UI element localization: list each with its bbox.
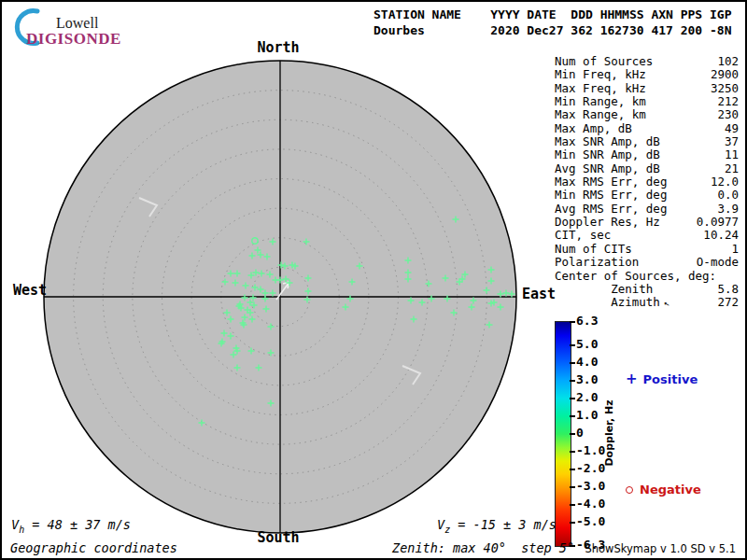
stat-row: Avg RMS Err, deg3.9: [555, 203, 739, 216]
colorbar-tick-label: 4.0: [576, 355, 598, 369]
legend-positive-label: Positive: [643, 372, 698, 386]
stat-label: Avg RMS Err, deg: [555, 203, 667, 216]
stat-value: 0.0977: [697, 216, 739, 229]
stat-value: 12.0: [711, 175, 739, 189]
legend-negative-label: Negative: [640, 483, 701, 497]
stat-value: 37: [725, 135, 739, 148]
colorbar-tick: [570, 486, 575, 488]
vz-value: = -15 ± 3 m/s: [450, 517, 557, 532]
header-columns: STATION NAME YYYY DATE DDD HHMMSS AXN PP…: [374, 7, 732, 22]
stat-label: Max RMS Err, deg: [555, 175, 667, 189]
stat-row: Center of Sources, deg:: [555, 270, 739, 283]
stat-label: Azimuth: [555, 296, 660, 309]
vh-symbol: V: [11, 517, 19, 532]
stat-label: Polarization: [555, 256, 639, 269]
stat-row: Min SNR Amp, dB11: [555, 148, 739, 161]
stat-value: 11: [725, 148, 739, 161]
zenith-range-label: Zenith: max 40° step 5°: [392, 540, 574, 555]
stat-row: Max SNR Amp, dB37: [555, 135, 739, 148]
colorbar-tick: [570, 504, 575, 506]
colorbar-tick: [570, 433, 575, 435]
colorbar-tick-label: 0: [576, 426, 584, 440]
stat-row: CIT, sec10.24: [555, 229, 739, 242]
stat-row: Max RMS Err, deg12.0: [555, 175, 739, 189]
stat-row: Max Amp, dB49: [555, 122, 739, 135]
legend-negative: Negative: [626, 483, 701, 497]
vz-symbol: V: [437, 517, 444, 532]
stat-label: Num of CITs: [555, 243, 632, 256]
stat-value: 1: [731, 243, 739, 256]
showskymap-window: Lowell DIGISONDE STATION NAME YYYY DATE …: [0, 0, 747, 560]
stat-value: 0.0: [717, 189, 739, 202]
stat-value: 5.8: [717, 283, 739, 296]
colorbar-axis-title: Doppler, Hz: [603, 399, 615, 466]
azimuth-direction-arrow-icon: ↖: [662, 297, 671, 311]
header-station-values: Dourbes 2020 Dec27 362 162730 417 200 -8…: [374, 23, 732, 38]
stat-label: Max SNR Amp, dB: [555, 135, 660, 148]
stat-value: 21: [725, 162, 739, 175]
colorbar-tick: [570, 344, 575, 346]
colorbar-tick-label: 6.3: [576, 314, 598, 328]
colorbar-tick-label: 1.0: [576, 408, 598, 422]
colorbar-tick-label: -1.0: [576, 443, 605, 457]
colorbar-tick-label: -3.0: [576, 479, 605, 493]
stat-row: Zenith5.8: [555, 283, 739, 296]
colorbar-tick: [570, 321, 575, 323]
stat-value: 49: [725, 122, 739, 135]
plus-marker-icon: +: [626, 371, 638, 387]
version-label: ShowSkymap v 1.0 SD v 5.1: [585, 542, 736, 555]
colorbar-tick-label: 3.0: [576, 372, 598, 386]
stat-value: 230: [717, 108, 739, 121]
stat-value: 102: [717, 55, 739, 68]
compass-east-label: East: [522, 286, 556, 302]
compass-south-label: South: [257, 529, 299, 546]
stat-row: Num of CITs1: [555, 243, 739, 256]
stat-label: CIT, sec: [555, 229, 611, 242]
stat-value: 2900: [711, 68, 739, 81]
colorbar-tick: [570, 469, 575, 470]
colorbar-tick-label: 2.0: [576, 390, 598, 404]
stat-row: Azimuth↖272: [555, 296, 739, 310]
stat-value: O-mode: [697, 256, 739, 269]
stat-row: Min RMS Err, deg0.0: [555, 189, 739, 202]
stat-value: 10.24: [703, 229, 739, 242]
colorbar-tick-label: -4.0: [576, 497, 605, 511]
stat-row: Min Range, km212: [555, 95, 739, 108]
legend-positive: +Positive: [626, 371, 698, 387]
stat-label: Zenith: [555, 283, 653, 296]
stat-label: Max Freq, kHz: [555, 82, 646, 95]
colorbar-tick: [570, 362, 575, 364]
stat-label: Min Range, km: [555, 95, 646, 108]
stat-label: Avg SNR Amp, dB: [555, 162, 660, 175]
vertical-velocity-readout: Vz = -15 ± 3 m/s: [437, 517, 557, 535]
stat-row: PolarizationO-mode: [555, 256, 739, 269]
stat-label: Max Amp, dB: [555, 122, 632, 135]
stat-label: Center of Sources, deg:: [555, 270, 716, 283]
colorbar-tick: [570, 451, 575, 453]
circle-marker-icon: [626, 486, 633, 494]
colorbar-tick: [570, 522, 575, 524]
colorbar-tick: [570, 398, 575, 399]
colorbar-tick-label: -2.0: [576, 461, 605, 475]
compass-north-label: North: [257, 39, 299, 56]
stat-label: Num of Sources: [555, 55, 653, 68]
stat-row: Doppler Res, Hz0.0977: [555, 216, 739, 229]
stat-row: Avg SNR Amp, dB21: [555, 162, 739, 175]
compass-west-label: West: [13, 282, 47, 299]
stat-row: Max Freq, kHz3250: [555, 82, 739, 95]
stat-row: Min Freq, kHz2900: [555, 68, 739, 81]
stat-label: Doppler Res, Hz: [555, 216, 660, 229]
stat-value: 272: [717, 296, 739, 309]
stat-label: Min Freq, kHz: [555, 68, 646, 81]
stat-label: Min SNR Amp, dB: [555, 148, 660, 161]
stats-panel: Num of Sources102Min Freq, kHz2900Max Fr…: [555, 55, 739, 311]
colorbar-tick: [570, 415, 575, 417]
digisonde-logo: Lowell DIGISONDE: [11, 7, 151, 47]
stat-value: 3.9: [717, 203, 739, 216]
colorbar-tick-label: -5.0: [576, 514, 605, 528]
stat-label: Min RMS Err, deg: [555, 189, 667, 202]
coordinate-system-label: Geographic coordinates: [10, 540, 177, 555]
logo-digisonde-text: DIGISONDE: [26, 30, 121, 49]
colorbar-tick: [570, 380, 575, 382]
stat-value: 212: [717, 95, 739, 108]
